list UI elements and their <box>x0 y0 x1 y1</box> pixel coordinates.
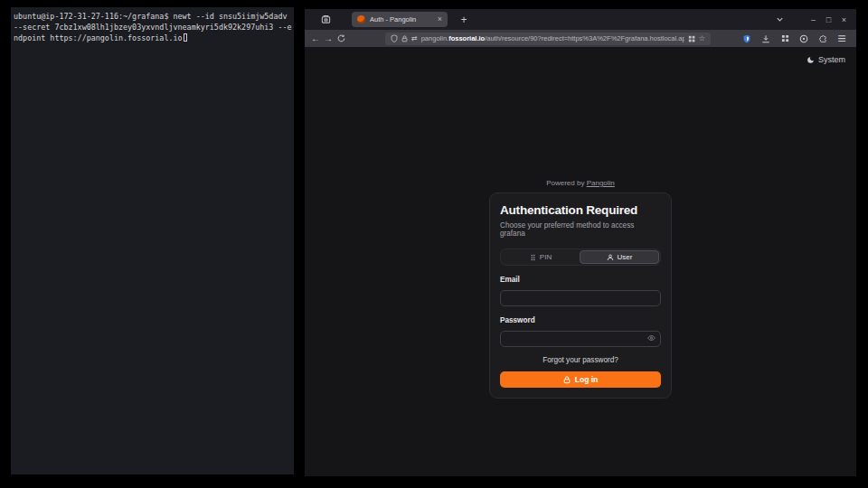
maximize-button[interactable]: □ <box>821 12 836 27</box>
moon-icon <box>807 56 815 64</box>
tab-user-label: User <box>618 253 633 261</box>
url-bar[interactable]: ⇄ pangolin.fossorial.io/auth/resource/90… <box>385 33 711 45</box>
browser-toolbar: ← → ⇄ pangolin.fossorial.io/auth/resourc… <box>305 30 856 47</box>
auth-method-tabs: PIN User <box>500 249 661 266</box>
window-controls: – □ × <box>772 9 852 30</box>
page-actions-grid-icon[interactable] <box>688 35 695 42</box>
auth-column: Powered by Pangolin Authentication Requi… <box>489 179 672 399</box>
downloads-icon[interactable] <box>760 33 772 45</box>
terminal-window[interactable]: ubuntu@ip-172-31-27-116:~/grafana$ newt … <box>11 7 294 474</box>
new-tab-button[interactable]: + <box>457 13 471 27</box>
forward-button[interactable]: → <box>322 33 335 45</box>
bookmark-star-icon[interactable]: ☆ <box>699 35 705 42</box>
toolbar-extensions: ≡ <box>741 33 852 45</box>
circle-extension-icon[interactable] <box>797 33 810 45</box>
list-tabs-chevron-icon[interactable] <box>772 12 788 27</box>
login-button[interactable]: Log in <box>500 371 661 388</box>
reload-button[interactable] <box>335 33 347 45</box>
tab-user[interactable]: User <box>580 250 659 264</box>
browser-tab-bar: Auth - Pangolin × + – □ × <box>305 9 856 30</box>
back-button[interactable]: ← <box>309 33 322 45</box>
tab-close-icon[interactable]: × <box>438 15 442 23</box>
browser-window: Auth - Pangolin × + – □ × ← → <box>305 9 856 476</box>
pangolin-link[interactable]: Pangolin <box>587 179 615 187</box>
password-field[interactable] <box>500 331 661 347</box>
card-subtitle: Choose your preferred method to access g… <box>500 221 661 238</box>
theme-toggle-button[interactable]: System <box>807 55 845 64</box>
powered-by: Powered by Pangolin <box>489 179 672 187</box>
lock-icon <box>563 376 571 384</box>
terminal-line: ubuntu@ip-172-31-27-116:~/grafana$ newt … <box>14 11 292 22</box>
tracking-protection-shield-icon[interactable] <box>391 34 398 42</box>
menu-hamburger-icon[interactable]: ≡ <box>835 33 848 45</box>
login-button-label: Log in <box>575 375 599 384</box>
padlock-icon[interactable] <box>401 35 408 42</box>
forgot-password-link[interactable]: Forgot your password? <box>500 356 661 364</box>
show-password-eye-icon[interactable] <box>647 335 656 342</box>
email-label: Email <box>500 276 661 284</box>
terminal-line: ndpoint https://pangolin.fossorial.io <box>14 33 292 43</box>
password-label: Password <box>500 316 661 324</box>
theme-toggle-label: System <box>818 55 845 64</box>
tab-title: Auth - Pangolin <box>370 15 433 23</box>
minimize-button[interactable]: – <box>806 12 821 27</box>
terminal-line: --secret 7cbz1xw08lh1jbzey03yxvndljvneam… <box>14 22 292 33</box>
user-icon <box>607 254 614 261</box>
tab-pin[interactable]: PIN <box>502 250 580 264</box>
card-title: Authentication Required <box>500 203 661 217</box>
page-content: System Powered by Pangolin Authenticatio… <box>305 47 856 476</box>
keypad-icon <box>530 254 536 261</box>
terminal-cursor <box>184 33 188 42</box>
bitwarden-shield-icon[interactable] <box>741 33 753 45</box>
grid-extension-icon[interactable] <box>778 33 791 45</box>
permissions-swap-icon[interactable]: ⇄ <box>411 35 418 42</box>
tab-auth-pangolin[interactable]: Auth - Pangolin × <box>352 12 448 27</box>
close-window-button[interactable]: × <box>836 12 852 27</box>
desktop: ubuntu@ip-172-31-27-116:~/grafana$ newt … <box>0 0 868 488</box>
pangolin-favicon-icon <box>357 15 365 23</box>
tab-pin-label: PIN <box>540 253 552 261</box>
auth-card: Authentication Required Choose your pref… <box>489 192 672 399</box>
extensions-puzzle-icon[interactable] <box>816 33 829 45</box>
firefox-view-icon[interactable] <box>317 12 334 28</box>
email-field[interactable] <box>500 290 661 306</box>
url-text: pangolin.fossorial.io/auth/resource/90?r… <box>421 34 684 42</box>
